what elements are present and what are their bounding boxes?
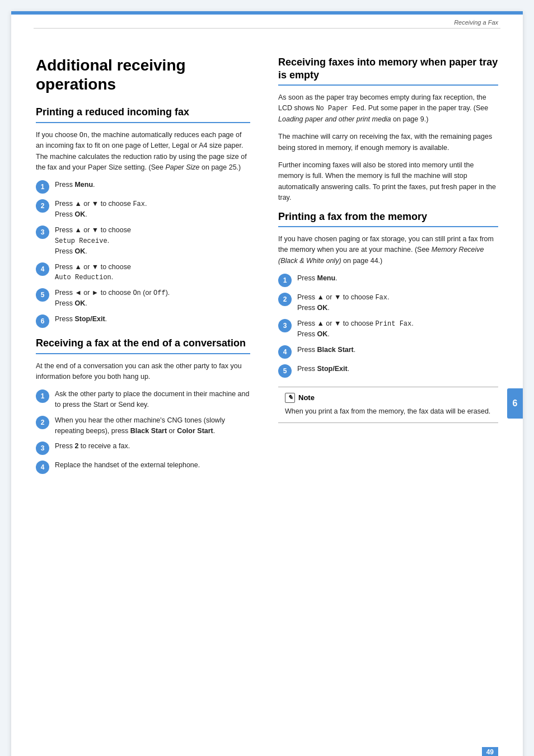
- step-num: 1: [36, 180, 49, 194]
- step-text: Press ▲ or ▼ to choose Fax.Press OK.: [297, 292, 498, 313]
- section4-rule: [278, 226, 498, 227]
- section4-title: Printing a fax from the memory: [278, 210, 498, 223]
- section1-body: If you choose On, the machine automatica…: [36, 130, 250, 173]
- note-text: When you print a fax from the memory, th…: [285, 406, 491, 417]
- header-line: [34, 28, 500, 29]
- page-number: 49: [482, 748, 498, 756]
- step-item: 6 Press Stop/Exit.: [36, 314, 250, 328]
- step-text: Press ▲ or ▼ to choose Fax.Press OK.: [55, 199, 250, 220]
- step-num: 4: [36, 262, 49, 276]
- step-text: Press ◄ or ► to choose On (or Off).Press…: [55, 288, 250, 309]
- step-item: 5 Press Stop/Exit.: [278, 364, 498, 378]
- step-item: 4 Replace the handset of the external te…: [36, 460, 250, 474]
- step-num: 4: [278, 345, 292, 359]
- note-icon: ✎: [285, 393, 295, 403]
- step-text: Press Menu.: [297, 273, 498, 284]
- step-text: Press ▲ or ▼ to choose Print Fax.Press O…: [297, 318, 498, 340]
- step-num: 2: [36, 416, 49, 429]
- step-text: Press Black Start.: [297, 345, 498, 355]
- section2-body: At the end of a conversation you can ask…: [36, 361, 250, 383]
- left-column: Additional receiving operations Printing…: [11, 39, 267, 756]
- step-num: 5: [36, 288, 49, 302]
- page: Receiving a Fax Additional receiving ope…: [11, 11, 523, 756]
- top-bar: [11, 11, 523, 15]
- section4-body1: If you have chosen paging or fax storage…: [278, 234, 498, 266]
- step-num: 3: [36, 226, 49, 239]
- section2-title: Receiving a fax at the end of a conversa…: [36, 337, 250, 350]
- section1-title: Printing a reduced incoming fax: [36, 106, 250, 119]
- note-header: ✎ Note: [285, 393, 491, 403]
- main-title: Additional receiving operations: [36, 56, 250, 93]
- step-item: 3 Press ▲ or ▼ to choose Print Fax.Press…: [278, 318, 498, 340]
- page-label: Receiving a Fax: [454, 19, 498, 26]
- step-text: Press ▲ or ▼ to chooseSetup Receive.Pres…: [55, 225, 250, 257]
- step-num: 6: [36, 314, 49, 328]
- section3-body1: As soon as the paper tray becomes empty …: [278, 92, 498, 125]
- step-item: 5 Press ◄ or ► to choose On (or Off).Pre…: [36, 288, 250, 309]
- step-text: Press 2 to receive a fax.: [55, 441, 250, 452]
- step-num: 2: [278, 293, 292, 306]
- step-text: When you hear the other machine's CNG to…: [55, 415, 250, 436]
- section3-rule: [278, 84, 498, 86]
- section3-body2: The machine will carry on receiving the …: [278, 132, 498, 153]
- step-item: 1 Press Menu.: [278, 273, 498, 287]
- step-item: 4 Press ▲ or ▼ to chooseAuto Reduction.: [36, 262, 250, 283]
- step-text: Press Stop/Exit.: [297, 364, 498, 374]
- chapter-tab: 6: [507, 388, 523, 419]
- note-label: Note: [298, 393, 315, 402]
- section4-steps: 1 Press Menu. 2 Press ▲ or ▼ to choose F…: [278, 273, 498, 378]
- step-text: Press Stop/Exit.: [55, 314, 250, 325]
- step-item: 1 Press Menu.: [36, 180, 250, 194]
- step-item: 4 Press Black Start.: [278, 345, 498, 359]
- step-item: 1 Ask the other party to place the docum…: [36, 389, 250, 410]
- step-num: 3: [36, 442, 49, 455]
- step-num: 2: [36, 199, 49, 213]
- step-item: 2 Press ▲ or ▼ to choose Fax.Press OK.: [278, 292, 498, 313]
- step-item: 2 When you hear the other machine's CNG …: [36, 415, 250, 436]
- content-area: Additional receiving operations Printing…: [11, 39, 523, 756]
- step-num: 5: [278, 364, 292, 378]
- section2-steps: 1 Ask the other party to place the docum…: [36, 389, 250, 474]
- note-box: ✎ Note When you print a fax from the mem…: [278, 387, 498, 423]
- right-column: Receiving faxes into memory when paper t…: [267, 39, 523, 756]
- page-num-box: 49: [482, 747, 498, 756]
- step-num: 1: [278, 274, 292, 287]
- step-text: Press Menu.: [55, 180, 250, 190]
- step-num: 3: [278, 319, 292, 332]
- step-num: 1: [36, 389, 49, 403]
- section1-rule: [36, 122, 250, 123]
- step-item: 2 Press ▲ or ▼ to choose Fax.Press OK.: [36, 199, 250, 220]
- step-text: Ask the other party to place the documen…: [55, 389, 250, 410]
- step-item: 3 Press ▲ or ▼ to chooseSetup Receive.Pr…: [36, 225, 250, 257]
- step-item: 3 Press 2 to receive a fax.: [36, 441, 250, 455]
- step-text: Replace the handset of the external tele…: [55, 460, 250, 471]
- section2-rule: [36, 353, 250, 354]
- section1-steps: 1 Press Menu. 2 Press ▲ or ▼ to choose F…: [36, 180, 250, 328]
- section3-body3: Further incoming faxes will also be stor…: [278, 160, 498, 204]
- step-text: Press ▲ or ▼ to chooseAuto Reduction.: [55, 262, 250, 283]
- section3-title: Receiving faxes into memory when paper t…: [278, 56, 498, 81]
- step-num: 4: [36, 461, 49, 474]
